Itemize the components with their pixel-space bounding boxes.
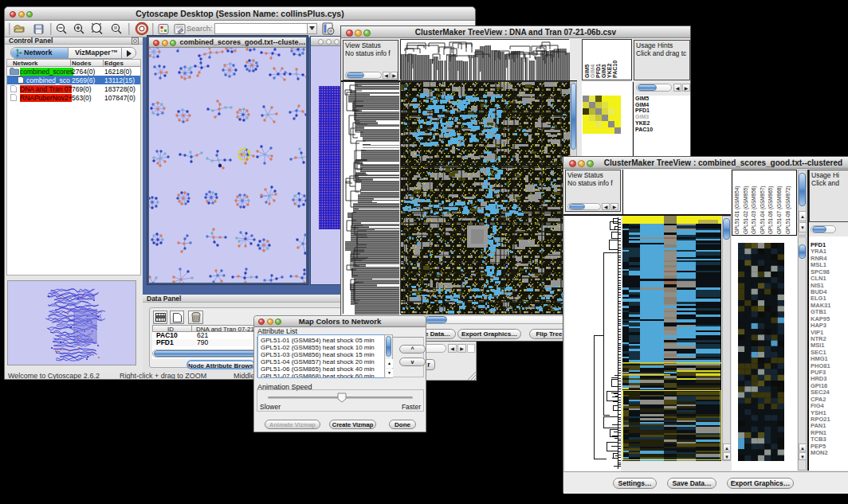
svg-text:YKE2: YKE2 — [607, 64, 612, 78]
svg-text:GPL51-06 (GSM865): GPL51-06 (GSM865) — [768, 186, 774, 234]
svg-text:GPL51-02 (GSM855): GPL51-02 (GSM855) — [743, 186, 749, 234]
svg-text:GPL51-03 (GSM856): GPL51-03 (GSM856) — [751, 186, 757, 234]
svg-text:GIM5: GIM5 — [584, 64, 590, 78]
svg-text:GPL51-07 (GSM868): GPL51-07 (GSM868) — [776, 186, 783, 234]
svg-text:GPL51-08 (GSM872): GPL51-08 (GSM872) — [785, 186, 791, 234]
svg-text:GPL51-01 (GSM854): GPL51-01 (GSM854) — [734, 186, 740, 234]
svg-text:GPL51-04 (GSM857): GPL51-04 (GSM857) — [760, 186, 766, 234]
svg-text:GIM4: GIM4 — [590, 64, 595, 78]
svg-text:PFD1: PFD1 — [595, 64, 601, 78]
svg-text:PAC10: PAC10 — [612, 61, 618, 78]
svg-text:GIM3: GIM3 — [601, 64, 607, 78]
